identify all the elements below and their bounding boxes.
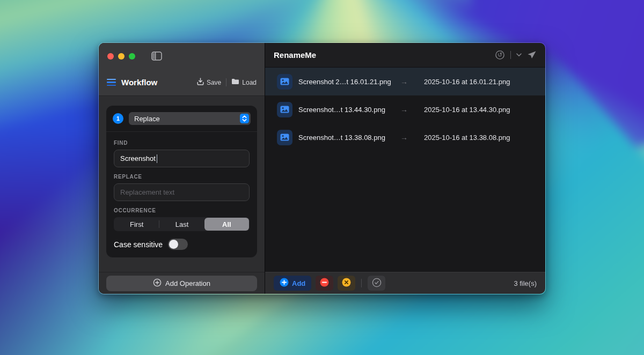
segment-first[interactable]: First [114,218,159,231]
occurrence-label: OCCURRENCE [114,208,250,213]
minimize-window-button[interactable] [118,53,125,60]
operation-header: 1 Replace [106,106,257,132]
app-title: RenameMe [274,50,316,60]
replace-input[interactable]: Replacement text [114,183,250,201]
check-circle-icon [372,278,382,289]
header-divider [226,78,226,86]
find-label: FIND [114,140,250,146]
x-circle-icon [342,278,351,289]
segment-all[interactable]: All [204,218,249,231]
rename-arrow-icon: → [400,133,408,142]
workflow-sidebar: Workflow Save [99,43,265,294]
renameme-window: Workflow Save [98,42,546,294]
close-window-button[interactable] [107,53,114,60]
sidebar-footer: Add Operation [99,272,265,294]
image-file-icon [277,102,292,117]
file-panel: RenameMe ↺ [265,43,545,294]
file-list-empty-area [265,151,545,272]
rename-arrow-icon: → [400,77,408,86]
titlebar-divider [510,51,511,59]
renamed-filename: 2025-10-16 at 13.38.08.png [424,134,510,142]
desktop: Workflow Save [0,0,644,355]
save-icon [197,78,204,87]
add-files-button[interactable]: Add [274,276,311,291]
rename-arrow-icon: → [400,105,408,114]
titlebar-actions: ↺ [495,50,537,60]
add-operation-button[interactable]: Add Operation [106,276,257,291]
renamed-filename: 2025-10-16 at 13.44.30.png [424,106,510,114]
workflow-content: 1 Replace FIND [99,96,265,272]
original-filename: Screenshot…t 13.44.30.png [298,106,400,114]
workflow-icon [107,79,116,86]
replace-label: REPLACE [114,174,250,180]
file-count: 3 file(s) [514,279,537,287]
original-filename: Screenshot 2…t 16.01.21.png [298,78,400,86]
occurrence-segmented-control: First Last All [114,217,250,231]
toggle-sidebar-icon[interactable] [151,51,162,61]
main-titlebar: RenameMe ↺ [265,43,545,68]
chevron-up-down-icon [240,114,249,123]
toggle-knob [169,240,178,249]
image-file-icon [277,130,292,145]
minus-circle-icon [320,278,329,289]
text-cursor [157,154,158,163]
operation-card: 1 Replace FIND [106,106,257,257]
case-sensitive-label: Case sensitive [114,240,163,249]
file-list: Screenshot 2…t 16.01.21.png → 2025-10-16… [265,68,545,151]
folder-icon [231,78,239,86]
file-toolbar: Add [265,272,545,294]
remove-file-button[interactable] [316,276,333,291]
save-workflow-button[interactable]: Save [197,78,221,87]
send-rename-button[interactable] [527,50,537,60]
file-row[interactable]: Screenshot…t 13.44.30.png → 2025-10-16 a… [265,95,545,123]
image-file-icon [277,74,292,90]
find-input[interactable]: Screenshot [114,150,250,167]
operation-index-badge: 1 [113,113,123,124]
workflow-header: Workflow Save [99,69,265,96]
operation-type-dropdown[interactable]: Replace [129,112,251,125]
file-row[interactable]: Screenshot 2…t 16.01.21.png → 2025-10-16… [265,68,545,95]
case-sensitive-row: Case sensitive [114,239,250,250]
toolbar-divider [361,279,362,287]
chevron-down-icon[interactable] [516,53,522,57]
plus-circle-icon [153,278,162,289]
file-row[interactable]: Screenshot…t 13.38.08.png → 2025-10-16 a… [265,123,545,151]
clear-files-button[interactable] [338,276,355,291]
renamed-filename: 2025-10-16 at 16.01.21.png [424,78,510,86]
workflow-title: Workflow [121,78,157,87]
operation-body: FIND Screenshot REPLACE Replacement text… [106,132,257,257]
workflow-actions: Save Load [197,78,257,87]
zoom-window-button[interactable] [129,53,135,60]
traffic-lights [107,53,135,60]
validate-button[interactable] [368,276,385,291]
original-filename: Screenshot…t 13.38.08.png [298,134,400,142]
segment-last[interactable]: Last [159,218,204,231]
sidebar-titlebar [99,43,265,69]
plus-circle-filled-icon [280,278,289,289]
svg-text:↺: ↺ [497,51,502,58]
load-workflow-button[interactable]: Load [231,78,257,86]
history-undo-button[interactable]: ↺ [495,50,505,60]
case-sensitive-toggle[interactable] [168,239,188,250]
